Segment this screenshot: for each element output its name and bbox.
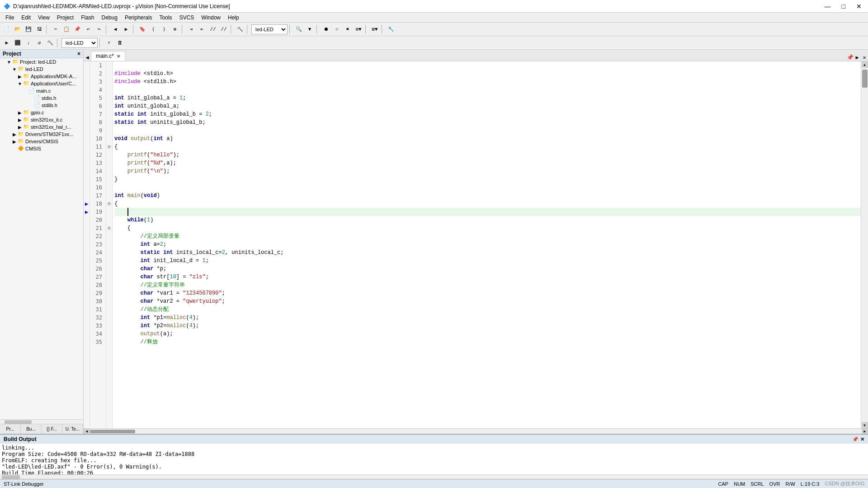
tree-item-gpio[interactable]: ▶ 📁 gpio.c <box>0 109 83 116</box>
cut-btn[interactable]: ✂ <box>51 24 61 34</box>
tab-mainc-close[interactable]: ✕ <box>117 54 120 59</box>
scroll-up-btn[interactable]: ▲ <box>862 61 868 68</box>
toggle-stm32hal[interactable]: ▶ <box>17 125 23 130</box>
tree-item-mdk[interactable]: ▶ 📁 Application/MDK-A... <box>0 73 83 80</box>
scroll-down-btn[interactable]: ▼ <box>862 422 868 428</box>
menu-tools[interactable]: Tools <box>156 14 176 22</box>
tb2-stop-btn[interactable]: ⬛ <box>13 38 23 48</box>
tb2-build2-btn[interactable]: 🔨 <box>45 38 55 48</box>
nav-fwd-btn[interactable]: ▶ <box>121 24 131 34</box>
undo-btn[interactable]: ↩ <box>83 24 93 34</box>
bp-cond-btn[interactable]: ⚙▼ <box>354 24 363 34</box>
redo-btn[interactable]: ↪ <box>94 24 104 34</box>
toggle-drivers-stm[interactable]: ▶ <box>12 132 17 137</box>
toggle-drivers-cmsis[interactable]: ▶ <box>12 139 17 144</box>
tb2-erase-btn[interactable]: 🗑 <box>115 38 125 48</box>
save-btn[interactable]: 💾 <box>24 24 33 34</box>
menu-peripherals[interactable]: Peripherals <box>121 14 156 22</box>
tree-item-mainc[interactable]: 📄 main.c <box>0 87 83 94</box>
search-dropdown[interactable]: ▼ <box>305 24 315 34</box>
build-btn[interactable]: 🔨 <box>235 24 245 34</box>
bp-kill-btn[interactable]: ✖ <box>343 24 353 34</box>
toggle-project[interactable]: ▼ <box>6 60 12 65</box>
build-output-close[interactable]: ✕ <box>860 436 864 442</box>
build-scrollbar-h[interactable] <box>0 474 868 479</box>
code-content[interactable]: #include <stdio.h> #include <stdlib.h> i… <box>113 61 861 428</box>
menu-svcs[interactable]: SVCS <box>176 14 198 22</box>
tb2-flash-btn[interactable]: ⚡ <box>104 38 114 48</box>
tab-scroll-right[interactable]: ▶ <box>854 54 861 61</box>
toggle-user[interactable]: ▼ <box>17 81 23 86</box>
tb2-step-btn[interactable]: ↓ <box>24 38 33 48</box>
tree-item-led-led[interactable]: ▼ 📁 led-LED <box>0 66 83 73</box>
sidebar-content[interactable]: ▼ 📁 Project: led-LED ▼ 📁 led-LED ▶ 📁 App… <box>0 58 83 419</box>
menu-flash[interactable]: Flash <box>77 14 98 22</box>
bookmark-btn[interactable]: 🔖 <box>137 24 147 34</box>
tree-item-cmsis[interactable]: 🔶 CMSIS <box>0 145 83 152</box>
save-all-btn[interactable]: 🖫 <box>34 24 44 34</box>
bp-disable-btn[interactable]: ○ <box>332 24 342 34</box>
cg-21[interactable]: ⊟ <box>106 224 112 232</box>
menu-view[interactable]: View <box>34 14 53 22</box>
close-btn[interactable]: ✕ <box>854 3 864 10</box>
maximize-btn[interactable]: □ <box>839 3 848 10</box>
tree-item-user[interactable]: ▼ 📁 Application/User/C... <box>0 80 83 87</box>
tb2-reset-btn[interactable]: ↺ <box>34 38 44 48</box>
sidebar-close-btn[interactable]: × <box>77 51 80 57</box>
menu-window[interactable]: Window <box>198 14 224 22</box>
sidebar-tab-func[interactable]: {} F... <box>42 424 62 434</box>
bp-btn[interactable]: ⏺ <box>321 24 331 34</box>
indent-btn[interactable]: ⇥ <box>186 24 196 34</box>
tree-item-stm32it[interactable]: ▶ 📁 stm32f1xx_it.c <box>0 116 83 123</box>
tree-item-drivers-stm[interactable]: ▶ 📁 Drivers/STM32F1xx... <box>0 131 83 138</box>
toggle-gpio[interactable]: ▶ <box>17 110 23 115</box>
build-output-pin[interactable]: 📌 <box>852 436 859 442</box>
sidebar-tab-build[interactable]: Bu... <box>21 424 42 434</box>
menu-edit[interactable]: Edit <box>18 14 34 22</box>
uncomment-btn[interactable]: // <box>219 24 229 34</box>
sidebar-scrollbar-h[interactable] <box>0 419 83 424</box>
scroll-right-btn[interactable]: ▶ <box>862 429 868 434</box>
tb2-run-btn[interactable]: ▶ <box>2 38 12 48</box>
menu-debug[interactable]: Debug <box>98 14 121 22</box>
hscroll-thumb[interactable] <box>90 430 135 433</box>
comment-btn[interactable]: // <box>208 24 218 34</box>
minimize-btn[interactable]: — <box>822 3 834 10</box>
cg-18[interactable]: ⊟ <box>106 200 112 208</box>
tree-item-project[interactable]: ▼ 📁 Project: led-LED <box>0 58 83 66</box>
tree-item-stdlibh[interactable]: 📄 stdlib.h <box>0 102 83 109</box>
menu-help[interactable]: Help <box>224 14 243 22</box>
menu-file[interactable]: File <box>2 14 18 22</box>
target2-dropdown[interactable]: led-LED <box>61 38 98 48</box>
horizontal-scrollbar[interactable]: ◀ ▶ <box>84 428 868 434</box>
copy-btn[interactable]: 📋 <box>61 24 71 34</box>
bookmark-clear-btn[interactable]: ⊗ <box>170 24 180 34</box>
cg-11[interactable]: ⊟ <box>106 143 112 151</box>
new-file-btn[interactable]: 📄 <box>2 24 12 34</box>
target-dropdown[interactable]: led-LED <box>251 24 288 34</box>
toggle-mdk[interactable]: ▶ <box>17 74 23 79</box>
search-btn[interactable]: 🔍 <box>294 24 304 34</box>
toggle-led-led[interactable]: ▼ <box>12 67 17 72</box>
sidebar-tab-project[interactable]: Pr... <box>0 424 21 434</box>
open-btn[interactable]: 📂 <box>13 24 23 34</box>
bookmark-prev-btn[interactable]: ⟨ <box>148 24 158 34</box>
tab-close-all-btn[interactable]: ✕ <box>861 54 868 61</box>
menu-project[interactable]: Project <box>53 14 77 22</box>
vertical-scrollbar[interactable]: ▲ ▼ <box>861 61 868 428</box>
window-btn[interactable]: ⊞▼ <box>370 24 380 34</box>
tab-mainc[interactable]: main.c* ✕ <box>91 51 125 61</box>
nav-back-btn[interactable]: ◀ <box>110 24 120 34</box>
paste-btn[interactable]: 📌 <box>72 24 82 34</box>
tree-item-drivers-cmsis[interactable]: ▶ 📁 Drivers/CMSIS <box>0 138 83 145</box>
sidebar-tab-template[interactable]: U. Te... <box>62 424 83 434</box>
tree-item-stm32hal[interactable]: ▶ 📁 stm32f1xx_hal_r... <box>0 123 83 131</box>
scroll-left-btn[interactable]: ◀ <box>84 429 90 434</box>
toggle-stm32it[interactable]: ▶ <box>17 117 23 122</box>
unindent-btn[interactable]: ⇤ <box>197 24 207 34</box>
tab-scroll-left[interactable]: ◀ <box>84 54 91 61</box>
tab-pin-btn[interactable]: 📌 <box>846 54 854 61</box>
bookmark-next-btn[interactable]: ⟩ <box>159 24 169 34</box>
tree-item-stdioh[interactable]: 📄 stdio.h <box>0 94 83 102</box>
config-btn[interactable]: 🔧 <box>386 24 396 34</box>
